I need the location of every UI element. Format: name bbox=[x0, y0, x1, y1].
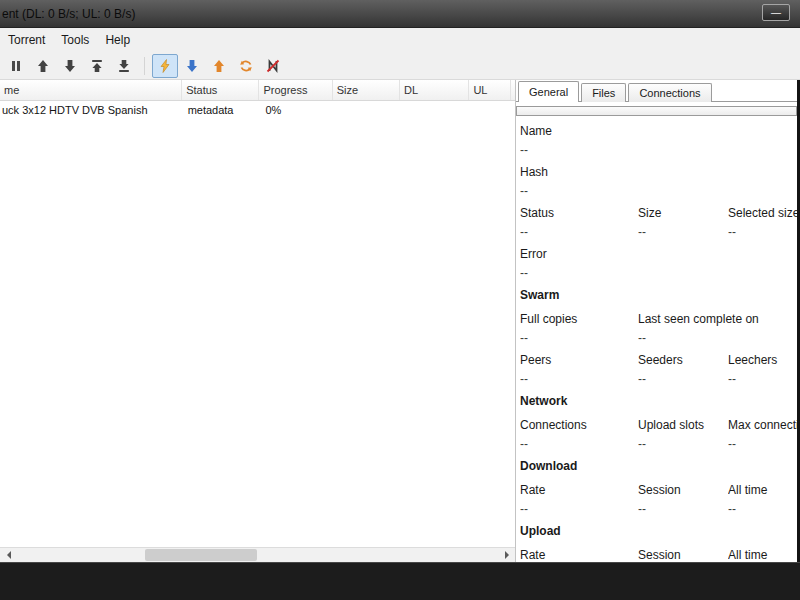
upload-button[interactable] bbox=[206, 54, 232, 78]
tab-connections[interactable]: Connections bbox=[628, 83, 711, 102]
arrow-top-icon bbox=[89, 58, 105, 74]
hash-value: -- bbox=[520, 184, 797, 198]
connections-value: -- bbox=[520, 437, 638, 451]
menu-help[interactable]: Help bbox=[97, 29, 138, 51]
download-session-label: Session bbox=[638, 483, 728, 497]
status-value: -- bbox=[520, 225, 638, 239]
last-seen-value: -- bbox=[638, 331, 797, 345]
remove-button[interactable] bbox=[260, 54, 286, 78]
error-value: -- bbox=[520, 266, 797, 280]
scroll-right-arrow[interactable] bbox=[500, 548, 515, 562]
selected-size-label: Selected size bbox=[728, 206, 797, 220]
ban-icon bbox=[265, 58, 281, 74]
main-content: me Status Progress Size DL UL uck 3x12 H… bbox=[0, 80, 797, 562]
seeders-label: Seeders bbox=[638, 353, 728, 367]
full-copies-label: Full copies bbox=[520, 312, 638, 326]
torrent-status-cell: metadata bbox=[184, 104, 262, 116]
table-row[interactable]: uck 3x12 HDTV DVB Spanish metadata 0% bbox=[0, 101, 515, 119]
torrent-list-panel: me Status Progress Size DL UL uck 3x12 H… bbox=[0, 80, 516, 562]
column-header-progress[interactable]: Progress bbox=[259, 80, 332, 100]
name-label: Name bbox=[520, 124, 797, 138]
download-rate-value: -- bbox=[520, 502, 638, 516]
upload-section-header: Upload bbox=[520, 524, 797, 538]
pause-button[interactable] bbox=[3, 54, 29, 78]
download-alltime-label: All time bbox=[728, 483, 797, 497]
window-bottom-border bbox=[0, 562, 800, 600]
column-header-ul[interactable]: UL bbox=[469, 80, 511, 100]
seeders-value: -- bbox=[638, 372, 728, 386]
max-connections-value: -- bbox=[728, 437, 797, 451]
tab-general[interactable]: General bbox=[518, 81, 579, 102]
refresh-icon bbox=[238, 58, 254, 74]
peers-value: -- bbox=[520, 372, 638, 386]
reannounce-button[interactable] bbox=[233, 54, 259, 78]
column-header-filler bbox=[511, 80, 515, 100]
size-label: Size bbox=[638, 206, 728, 220]
column-header-status[interactable]: Status bbox=[182, 80, 259, 100]
scrollbar-thumb[interactable] bbox=[145, 549, 257, 561]
error-label: Error bbox=[520, 247, 797, 261]
toolbar-separator bbox=[144, 57, 145, 75]
torrent-list-header: me Status Progress Size DL UL bbox=[0, 80, 515, 101]
menu-tools[interactable]: Tools bbox=[53, 29, 97, 51]
turbo-toggle-button[interactable] bbox=[152, 54, 178, 78]
torrent-progress-bar bbox=[516, 106, 797, 116]
orange-up-arrow-icon bbox=[211, 58, 227, 74]
column-header-name[interactable]: me bbox=[0, 80, 182, 100]
queue-bottom-button[interactable] bbox=[111, 54, 137, 78]
arrow-up-icon bbox=[35, 58, 51, 74]
general-fields: Name -- Hash -- Status -- Size -- bbox=[516, 116, 797, 562]
hash-label: Hash bbox=[520, 165, 797, 179]
download-section-header: Download bbox=[520, 459, 797, 473]
leechers-label: Leechers bbox=[728, 353, 797, 367]
scroll-left-arrow[interactable] bbox=[0, 548, 15, 562]
title-bar[interactable]: ent (DL: 0 B/s; UL: 0 B/s) — bbox=[0, 0, 800, 28]
column-header-dl[interactable]: DL bbox=[400, 80, 469, 100]
leechers-value: -- bbox=[728, 372, 797, 386]
network-section-header: Network bbox=[520, 394, 797, 408]
window-title: ent (DL: 0 B/s; UL: 0 B/s) bbox=[0, 7, 135, 21]
size-value: -- bbox=[638, 225, 728, 239]
torrent-progress-cell: 0% bbox=[261, 104, 335, 116]
upload-alltime-label: All time bbox=[728, 548, 797, 562]
tab-files[interactable]: Files bbox=[581, 83, 626, 102]
column-header-size[interactable]: Size bbox=[333, 80, 400, 100]
download-rate-label: Rate bbox=[520, 483, 638, 497]
download-alltime-value: -- bbox=[728, 502, 797, 516]
download-button[interactable] bbox=[179, 54, 205, 78]
blue-down-arrow-icon bbox=[184, 58, 200, 74]
peers-label: Peers bbox=[520, 353, 638, 367]
horizontal-scrollbar[interactable] bbox=[0, 547, 515, 562]
upload-session-label: Session bbox=[638, 548, 728, 562]
arrow-bottom-icon bbox=[116, 58, 132, 74]
status-label: Status bbox=[520, 206, 638, 220]
menu-torrent[interactable]: Torrent bbox=[0, 29, 53, 51]
queue-top-button[interactable] bbox=[84, 54, 110, 78]
full-copies-value: -- bbox=[520, 331, 638, 345]
upload-rate-label: Rate bbox=[520, 548, 638, 562]
details-panel: General Files Connections Name -- Hash -… bbox=[516, 80, 797, 562]
queue-down-button[interactable] bbox=[57, 54, 83, 78]
torrent-name-cell: uck 3x12 HDTV DVB Spanish bbox=[0, 104, 184, 116]
download-session-value: -- bbox=[638, 502, 728, 516]
toolbar bbox=[0, 52, 800, 80]
pause-icon bbox=[8, 58, 24, 74]
queue-up-button[interactable] bbox=[30, 54, 56, 78]
lightning-icon bbox=[157, 58, 173, 74]
menu-bar: Torrent Tools Help bbox=[0, 28, 800, 52]
last-seen-label: Last seen complete on bbox=[638, 312, 797, 326]
details-tabs: General Files Connections bbox=[516, 80, 797, 102]
minimize-button[interactable]: — bbox=[762, 4, 790, 21]
upload-slots-value: -- bbox=[638, 437, 728, 451]
max-connections-label: Max connections bbox=[728, 418, 797, 432]
torrent-rows: uck 3x12 HDTV DVB Spanish metadata 0% bbox=[0, 101, 515, 547]
name-value: -- bbox=[520, 143, 797, 157]
swarm-section-header: Swarm bbox=[520, 288, 797, 302]
arrow-down-icon bbox=[62, 58, 78, 74]
connections-label: Connections bbox=[520, 418, 638, 432]
selected-size-value: -- bbox=[728, 225, 797, 239]
upload-slots-label: Upload slots bbox=[638, 418, 728, 432]
